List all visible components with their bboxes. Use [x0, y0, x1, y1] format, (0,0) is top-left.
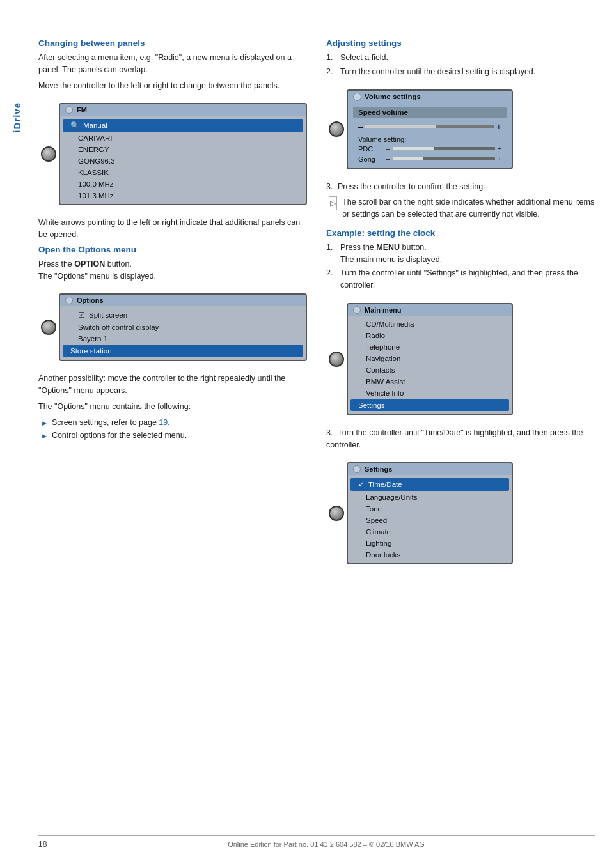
options-bullet-list: ► Screen settings, refer to page 19. ► C…: [38, 417, 307, 442]
vol-pdc-minus: –: [386, 145, 390, 152]
settings-screen-mockup: Settings ✓ Time/Date Language/Units Tone…: [347, 462, 513, 564]
speed-volume-label: Speed volume: [353, 107, 507, 118]
fm-row-manual: 🔍 Manual: [63, 119, 303, 132]
main-menu-mockup: Main menu CD/Multimedia Radio Telephone …: [347, 303, 513, 415]
settings-titlebar: Settings: [348, 463, 512, 475]
link-page19[interactable]: 19: [159, 418, 168, 427]
fm-screen: FM 🔍 Manual CARIVARI ENERGY GONG96.3 KLA…: [59, 97, 307, 212]
fm-row-carivari: CARIVARI: [60, 132, 306, 144]
speed-vol-track: [365, 125, 494, 128]
scroll-indicator-icon: [329, 196, 337, 210]
main-menu-title-text: Main menu: [365, 306, 401, 314]
options-screen-mockup: Options ☑ Split screen Switch off contro…: [59, 293, 307, 361]
section-heading-options: Open the Options menu: [38, 245, 307, 254]
volume-icon: [353, 93, 361, 101]
step-text-2: Turn the controller until the desired se…: [340, 66, 535, 78]
example-steps-list: 1. Press the MENU button.The main menu i…: [326, 242, 595, 291]
scroll-note-text: The scroll bar on the right side indicat…: [342, 196, 595, 221]
settings-screen: Settings ✓ Time/Date Language/Units Tone…: [347, 456, 595, 571]
menu-row-telephone: Telephone: [348, 341, 512, 353]
menu-row-contacts: Contacts: [348, 364, 512, 376]
fm-title-text: FM: [77, 106, 87, 114]
options-icon: [65, 297, 73, 304]
check-icon-split: ☑: [78, 311, 85, 320]
options-row-store: Store station: [63, 345, 303, 357]
vol-gong-plus: +: [498, 155, 501, 162]
controller-knob: [41, 146, 56, 162]
fm-row-gong: GONG96.3: [60, 155, 306, 167]
fm-row-klassik: KLASSIK: [60, 167, 306, 178]
example-step-text-1: Press the MENU button.The main menu is d…: [340, 242, 442, 266]
section-heading-adjusting: Adjusting settings: [326, 38, 595, 48]
main-menu-screen-container: Main menu CD/Multimedia Radio Telephone …: [326, 297, 595, 422]
settings-icon: [353, 465, 361, 473]
fm-screen-container: FM 🔍 Manual CARIVARI ENERGY GONG96.3 KLA…: [38, 97, 307, 212]
vol-gong-fill: [393, 157, 423, 160]
para-changing-2: Move the controller to the left or right…: [38, 80, 307, 92]
bullet-text-2: Control options for the selected menu.: [52, 430, 187, 442]
main-menu-screen: Main menu CD/Multimedia Radio Telephone …: [347, 297, 595, 422]
right-column: Adjusting settings 1. Select a field. 2.…: [326, 38, 595, 576]
main-menu-knob-area: [326, 352, 347, 367]
step-num-1: 1.: [326, 52, 336, 64]
settings-screen-body: ✓ Time/Date Language/Units Tone Speed Cl…: [348, 475, 512, 563]
settings-title-text: Settings: [365, 465, 392, 473]
volume-screen: Volume settings Speed volume – +: [347, 83, 595, 176]
volume-controller-knob-area: [326, 121, 347, 137]
speed-volume-bar: – +: [353, 120, 507, 134]
main-menu-titlebar: Main menu: [348, 304, 512, 316]
step-num-2: 2.: [326, 66, 336, 78]
settings-row-lighting: Lighting: [348, 538, 512, 549]
settings-row-doorlocks: Door locks: [348, 549, 512, 561]
controller-knob-area: [38, 146, 59, 162]
menu-button-label: MENU: [376, 243, 400, 252]
settings-knob: [329, 506, 344, 521]
sidebar-label: iDrive: [12, 102, 22, 133]
speed-vol-fill: [365, 125, 436, 128]
fm-screen-mockup: FM 🔍 Manual CARIVARI ENERGY GONG96.3 KLA…: [59, 103, 307, 205]
vol-gong-minus: –: [386, 155, 390, 162]
bullet-arrow-2: ►: [41, 431, 48, 442]
example-step-num-2: 2.: [326, 267, 336, 291]
bullet-text-1: Screen settings, refer to page 19.: [52, 417, 170, 429]
para-options-contains: The "Options" menu contains the followin…: [38, 401, 307, 413]
volume-screen-body: Speed volume – + Volume setting: PDC: [348, 103, 512, 168]
search-icon: 🔍: [70, 121, 79, 130]
fm-titlebar: FM: [60, 104, 306, 116]
fm-row-energy: ENERGY: [60, 144, 306, 155]
adjusting-steps-list: 1. Select a field. 2. Turn the controlle…: [326, 52, 595, 78]
options-screen-container: Options ☑ Split screen Switch off contro…: [38, 287, 307, 368]
caption-arrows: White arrows pointing to the left or rig…: [38, 217, 307, 241]
fm-row-101mhz: 101.3 MHz: [60, 190, 306, 201]
vol-pdc-row: PDC – +: [353, 144, 507, 154]
options-controller-knob: [41, 320, 56, 335]
vol-gong-label: Gong: [358, 155, 384, 163]
menu-row-bmw: BMW Assist: [348, 376, 512, 387]
vol-pdc-track: [393, 147, 496, 150]
volume-controller-knob: [329, 121, 344, 137]
example-step-num-1: 1.: [326, 242, 336, 266]
options-title-text: Options: [77, 297, 104, 304]
vol-gong-row: Gong – +: [353, 154, 507, 164]
main-menu-body: CD/Multimedia Radio Telephone Navigation…: [348, 316, 512, 414]
options-row-bayern: Bayern 1: [60, 333, 306, 345]
main-menu-knob: [329, 352, 344, 367]
fm-screen-body: 🔍 Manual CARIVARI ENERGY GONG96.3 KLASSI…: [60, 116, 306, 204]
para-options-intro: Press the OPTION button. The "Options" m…: [38, 258, 307, 283]
section-heading-changing-panels: Changing between panels: [38, 38, 307, 48]
options-titlebar: Options: [60, 295, 306, 306]
menu-row-settings: Settings: [350, 399, 509, 411]
adjusting-step-1: 1. Select a field.: [326, 52, 595, 64]
volume-titlebar: Volume settings: [348, 91, 512, 103]
step3-time-date: 3. Turn the controller until "Time/Date"…: [326, 427, 595, 451]
options-screen: Options ☑ Split screen Switch off contro…: [59, 287, 307, 368]
options-controller-knob-area: [38, 320, 59, 335]
fm-icon: [65, 106, 73, 114]
step3-confirm: 3. Press the controller to confirm the s…: [326, 181, 595, 193]
menu-row-radio: Radio: [348, 330, 512, 341]
volume-setting-label: Volume setting:: [353, 134, 507, 144]
vol-pdc-fill: [393, 147, 434, 150]
bullet-arrow-1: ►: [41, 418, 48, 429]
menu-row-navigation: Navigation: [348, 353, 512, 364]
settings-row-language: Language/Units: [348, 492, 512, 503]
